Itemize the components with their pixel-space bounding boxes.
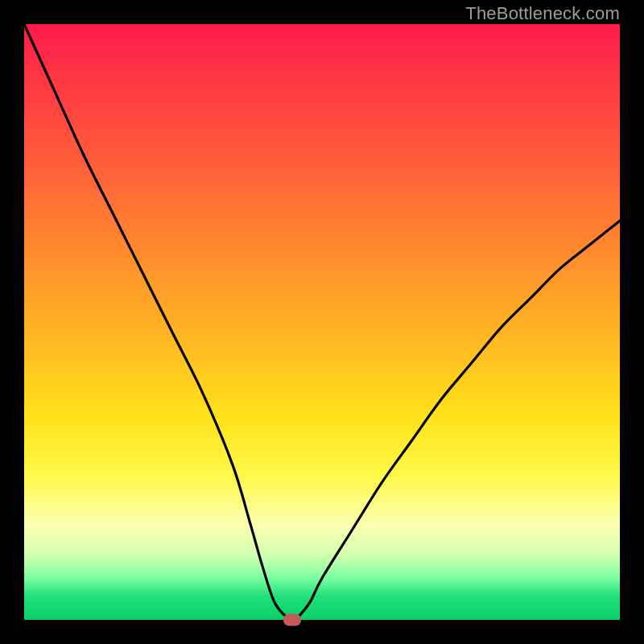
watermark-text: TheBottleneck.com bbox=[465, 3, 620, 24]
bottleneck-curve bbox=[24, 24, 620, 620]
plot-area bbox=[24, 24, 620, 620]
optimal-point-marker bbox=[283, 614, 301, 626]
chart-frame: TheBottleneck.com bbox=[0, 0, 644, 644]
